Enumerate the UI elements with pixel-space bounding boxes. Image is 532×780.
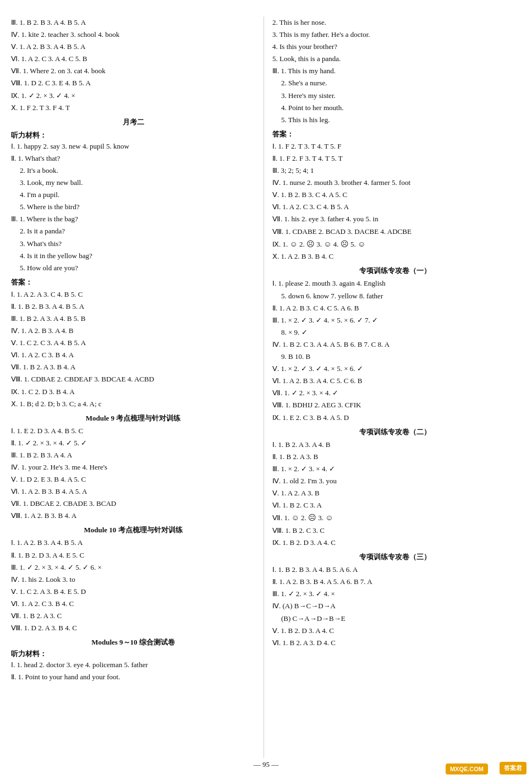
smiley-happy: ☺	[290, 240, 298, 248]
section-daan1: 答案： Ⅰ. 1. A 2. A 3. C 4. B 5. C Ⅱ. 1. B …	[11, 277, 255, 410]
line: Ⅱ. 1. B 2. D 3. A 4. E 5. C	[11, 549, 255, 561]
section-zhuanxiang3: 专项训练专攻卷（三） Ⅰ. 1. B 2. B 3. A 4. B 5. A 6…	[272, 552, 517, 649]
line: Ⅱ. 1. F 2. F 3. T 4. T 5. T	[272, 152, 517, 165]
line: Ⅵ. 1. A 2. C 3. B 4. A	[11, 349, 255, 361]
line: Ⅲ. 1. × 2. ✓ 3. × 4. ✓	[272, 463, 517, 475]
line: 5. This is his leg.	[272, 114, 517, 126]
smiley2-sad: ☹	[308, 514, 316, 522]
line: 4. Is it in the yellow bag?	[11, 250, 255, 262]
line: Ⅳ. 1. old 2. I'm 3. you	[272, 475, 517, 487]
line: 9. B 10. B	[272, 351, 517, 363]
line: Ⅵ. 1. A 2. B 3. A 4. C 5. C 6. B	[272, 375, 517, 387]
line: Ⅴ. 1. × 2. ✓ 3. ✓ 4. × 5. × 6. ✓	[272, 363, 517, 375]
right-column: 2. This is her nose. 3. This is my fathe…	[264, 17, 517, 758]
line: Ⅴ. 1. C 2. A 3. B 4. E 5. D	[11, 586, 255, 598]
yuekaor-title: 月考二	[11, 117, 255, 127]
line: Ⅰ. 1. B 2. B 3. A 4. B 5. A 6. A	[272, 564, 517, 576]
smiley2-happy: ☺	[292, 514, 299, 522]
line: Ⅰ. 1. head 2. doctor 3. eye 4. policeman…	[11, 659, 255, 671]
line: Ⅰ. 1. E 2. D 3. A 4. B 5. C	[11, 425, 255, 437]
line: Ⅱ. 1. A 2. B 3. B 4. A 5. A 6. B 7. A	[272, 576, 517, 588]
line: Ⅹ. 1. F 2. T 3. F 4. T	[11, 102, 255, 114]
line: Ⅱ. 1. ✓ 2. × 3. × 4. ✓ 5. ✓	[11, 437, 255, 449]
line: Ⅷ. 1. CDBAE 2. CBDEAF 3. BDCAE 4. ACBD	[11, 373, 255, 385]
line: Ⅶ. 1. ✓ 2. × 3. × 4. ✓	[272, 387, 517, 399]
line: 3. What's this?	[11, 238, 255, 250]
watermark-url: MXQE.COM	[446, 763, 488, 774]
line: 4. I'm a pupil.	[11, 189, 255, 201]
line: Ⅵ. 1. A 2. C 3. A 4. C 5. B	[11, 53, 255, 65]
line: Ⅰ. 1. please 2. mouth 3. again 4. Englis…	[272, 277, 517, 290]
line: 3. This is my father. He's a doctor.	[272, 29, 517, 41]
line: Ⅲ. 1. B 2. B 3. A 4. A	[11, 449, 255, 461]
answers-title-r: 答案：	[272, 129, 517, 139]
line: 5. How old are you?	[11, 262, 255, 274]
line: Ⅲ. 1. ✓ 2. × 3. ✓ 4. ×	[272, 588, 517, 600]
line: (B) C→A→D→B→E	[272, 613, 517, 625]
section-r2-answers: 答案： Ⅰ. 1. F 2. T 3. T 4. T 5. F Ⅱ. 1. F …	[272, 129, 517, 263]
line: Ⅰ. 1. F 2. T 3. T 4. T 5. F	[272, 140, 517, 152]
line: Ⅶ. 1. B 2. A 3. C	[11, 610, 255, 622]
line: Ⅲ. 1. Where is the bag?	[11, 213, 255, 225]
line: Ⅵ. 1. B 2. C 3. A	[272, 499, 517, 511]
section-zhuanxiang2: 专项训练专攻卷（二） Ⅰ. 1. B 2. A 3. A 4. B Ⅱ. 1. …	[272, 427, 517, 549]
tingli-label2: 听力材料：	[11, 649, 255, 659]
line: Ⅳ. 1. B 2. C 3. A 4. A 5. B 6. B 7. C 8.…	[272, 339, 517, 351]
smiley2-happy2: ☺	[325, 514, 333, 522]
left-column: Ⅲ. 1. B 2. B 3. A 4. B 5. A Ⅳ. 1. kite 2…	[11, 17, 264, 758]
line: Ⅶ. 1. his 2. eye 3. father 4. you 5. in	[272, 213, 517, 225]
line: Ⅸ. 1. C 2. D 3. B 4. A	[11, 386, 255, 398]
smiley-happy2: ☺	[323, 240, 331, 248]
line: Ⅵ. 1. A 2. C 3. C 4. B 5. A	[272, 201, 517, 213]
line: Ⅰ. 1. B 2. A 3. A 4. B	[272, 439, 517, 451]
line: Ⅱ. 1. What's that?	[11, 152, 255, 165]
line: Ⅸ. 1. E 2. C 3. B 4. A 5. D	[272, 412, 517, 424]
section-modules9-10: Modules 9～10 综合测试卷 听力材料： Ⅰ. 1. head 2. d…	[11, 637, 255, 683]
line: 2. It's a book.	[11, 165, 255, 177]
module10-title: Module 10 考点梳理与针对训练	[11, 525, 255, 535]
tingli-label: 听力材料：	[11, 130, 255, 140]
line: Ⅰ. 1. happy 2. say 3. new 4. pupil 5. kn…	[11, 140, 255, 152]
line: Ⅴ. 1. A 2. B 3. A 4. B 5. A	[11, 41, 255, 53]
line: Ⅴ. 1. A 2. A 3. B	[272, 487, 517, 499]
line: Ⅶ. 1. Where 2. on 3. cat 4. book	[11, 65, 255, 77]
line: Ⅷ. 1. CDABE 2. BCAD 3. DACBE 4. ADCBE	[272, 226, 517, 238]
line: 3. Here's my sister.	[272, 90, 517, 102]
module9-title: Module 9 考点梳理与针对训练	[11, 413, 255, 423]
line: Ⅳ. 1. your 2. He's 3. me 4. Here's	[11, 461, 255, 473]
line: Ⅷ. 1. B 2. C 3. C	[272, 525, 517, 537]
line: Ⅳ. (A) B→C→D→A	[272, 600, 517, 612]
line: 8. × 9. ✓	[272, 326, 517, 339]
modules9-10-title: Modules 9～10 综合测试卷	[11, 637, 255, 647]
line: Ⅴ. 1. D 2. E 3. B 4. A 5. C	[11, 473, 255, 486]
line: Ⅲ. 1. ✓ 2. × 3. × 4. ✓ 5. ✓ 6. ×	[11, 561, 255, 574]
line: Ⅹ. 1. A 2. B 3. B 4. C	[272, 250, 517, 263]
line: Ⅵ. 1. B 2. A 3. D 4. C	[272, 637, 517, 649]
line: Ⅴ. 1. C 2. C 3. A 4. B 5. A	[11, 337, 255, 349]
section-zhuanxiang1: 专项训练专攻卷（一） Ⅰ. 1. please 2. mouth 3. agai…	[272, 266, 517, 423]
smiley-sad2: ☹	[341, 240, 349, 248]
line: Ⅲ. 3; 2; 5; 4; 1	[272, 165, 517, 177]
line: Ⅳ. 1. nurse 2. mouth 3. brother 4. farme…	[272, 177, 517, 189]
line: Ⅸ. 1. B 2. D 3. A 4. C	[272, 537, 517, 549]
line: Ⅱ. 1. A 2. B 3. C 4. C 5. A 6. B	[272, 302, 517, 314]
line: Ⅲ. 1. B 2. A 3. A 4. B 5. B	[11, 313, 255, 325]
watermark-brand: 答案君	[500, 762, 526, 774]
line: Ⅲ. 1. × 2. ✓ 3. ✓ 4. × 5. × 6. ✓ 7. ✓	[272, 314, 517, 326]
line: Ⅶ. 1. ☺ 2. ☹ 3. ☺	[272, 511, 517, 525]
line: Ⅴ. 1. B 2. B 3. C 4. A 5. C	[272, 189, 517, 201]
zhuanxiang2-title: 专项训练专攻卷（二）	[272, 427, 517, 437]
page-number: — 95 —	[254, 760, 279, 769]
line: 3. Look, my new ball.	[11, 177, 255, 189]
line: Ⅰ. 1. A 2. A 3. C 4. B 5. C	[11, 288, 255, 301]
line: Ⅹ. 1. B; d 2. D; b 3. C; a 4. A; c	[11, 398, 255, 410]
zhuanxiang1-title: 专项训练专攻卷（一）	[272, 266, 517, 276]
line: Ⅳ. 1. kite 2. teacher 3. school 4. book	[11, 29, 255, 41]
answers-title: 答案：	[11, 277, 255, 287]
section-tingli: 听力材料： Ⅰ. 1. happy 2. say 3. new 4. pupil…	[11, 130, 255, 274]
line: Ⅵ. 1. A 2. C 3. B 4. C	[11, 598, 255, 610]
line: Ⅷ. 1. A 2. B 3. B 4. A	[11, 510, 255, 522]
smiley-happy3: ☺	[358, 240, 365, 248]
line: 5. Look, this is a panda.	[272, 53, 517, 65]
line: Ⅷ. 1. BDHIJ 2. AEG 3. CFIK	[272, 399, 517, 411]
